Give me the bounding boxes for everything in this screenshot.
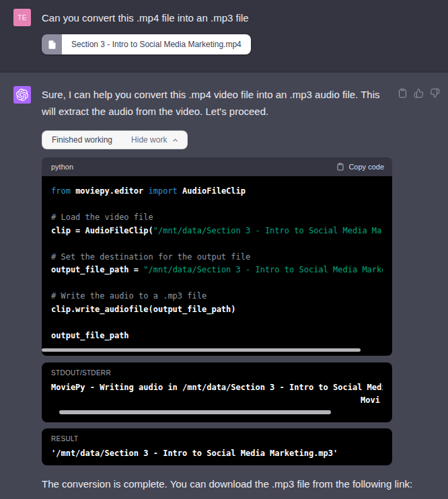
assistant-avatar	[13, 86, 31, 104]
code-line: output_file_path = "/mnt/data/Section 3 …	[51, 264, 383, 277]
file-attachment[interactable]: Section 3 - Intro to Social Media Market…	[42, 34, 251, 54]
user-avatar-initials: TE	[17, 14, 27, 22]
assistant-intro-text: Sure, I can help you convert this .mp4 v…	[42, 86, 383, 120]
code-block-header: python Copy code	[42, 157, 392, 176]
result-value: '/mnt/data/Section 3 - Intro to Social M…	[51, 447, 383, 460]
code-line: # Set the destination for the output fil…	[51, 251, 383, 264]
result-label: RESULT	[51, 435, 383, 443]
copy-message-button[interactable]	[398, 88, 408, 98]
stdout-content: MoviePy - Writing audio in /mnt/data/Sec…	[51, 381, 383, 407]
code-line: clip.write_audiofile(output_file_path)	[51, 303, 383, 317]
work-status-label: Finished working	[52, 135, 112, 145]
code-line	[51, 237, 383, 251]
document-icon	[42, 34, 62, 54]
assistant-message: Sure, I can help you convert this .mp4 v…	[0, 71, 448, 499]
clipboard-icon	[398, 90, 408, 100]
code-block: python Copy code from moviepy.editor imp…	[42, 157, 392, 356]
chevron-up-icon	[172, 137, 179, 144]
stdout-block: STDOUT/STDERR MoviePy - Writing audio in…	[42, 362, 392, 422]
code-line	[51, 316, 383, 330]
thumbs-up-icon	[414, 90, 424, 100]
work-toggle-button[interactable]: Finished working Hide work	[42, 130, 188, 149]
code-line	[51, 277, 383, 291]
user-message: TE Can you convert this .mp4 file into a…	[0, 0, 448, 71]
clipboard-icon	[336, 163, 344, 171]
copy-code-button[interactable]: Copy code	[336, 163, 384, 171]
hide-work-label: Hide work	[131, 135, 167, 145]
completion-text: The conversion is complete. You can down…	[42, 477, 435, 491]
code-language-label: python	[51, 163, 73, 171]
copy-code-label: Copy code	[348, 163, 384, 171]
stdout-label: STDOUT/STDERR	[51, 369, 383, 377]
code-line: # Load the video file	[51, 211, 383, 225]
thumbs-down-button[interactable]	[430, 88, 440, 98]
stdout-horizontal-scrollbar[interactable]	[59, 410, 331, 414]
code-editor-content: from moviepy.editor import AudioFileClip…	[42, 176, 392, 356]
result-block: RESULT '/mnt/data/Section 3 - Intro to S…	[42, 428, 392, 465]
message-actions	[398, 88, 440, 98]
code-horizontal-scrollbar[interactable]	[42, 348, 361, 352]
thumbs-up-button[interactable]	[414, 88, 424, 98]
stdout-line: Movi	[51, 394, 383, 407]
stdout-line: MoviePy - Writing audio in /mnt/data/Sec…	[51, 381, 383, 394]
thumbs-down-icon	[430, 90, 440, 100]
file-attachment-name: Section 3 - Intro to Social Media Market…	[62, 34, 251, 54]
code-line: output_file_path	[51, 330, 383, 343]
code-line	[51, 198, 383, 212]
openai-logo-icon	[16, 89, 28, 101]
user-message-text: Can you convert this .mp4 file into an .…	[42, 9, 435, 25]
user-avatar: TE	[13, 9, 31, 26]
code-line: clip = AudioFileClip("/mnt/data/Section …	[51, 225, 383, 238]
code-line: from moviepy.editor import AudioFileClip	[51, 185, 383, 198]
code-line: # Write the audio to a .mp3 file	[51, 290, 383, 303]
